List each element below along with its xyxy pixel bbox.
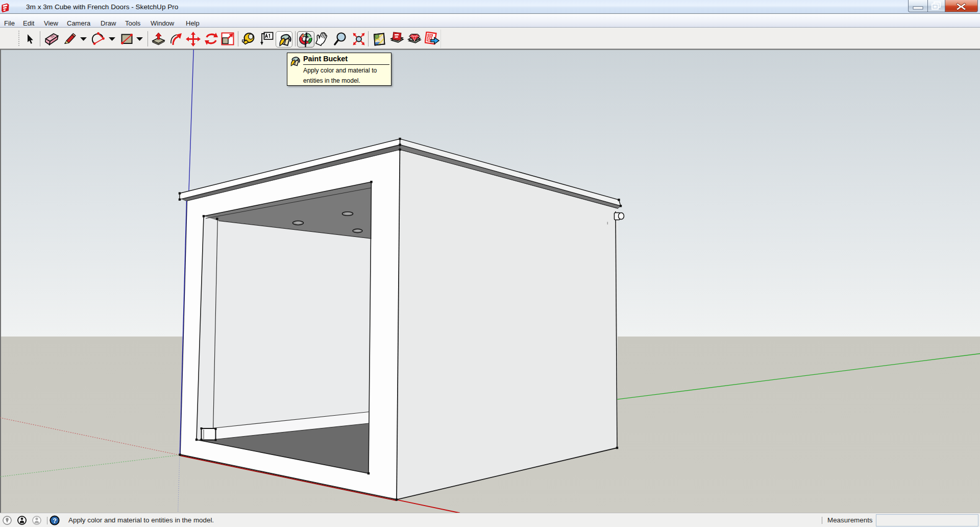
svg-text:?: ?: [53, 517, 57, 524]
